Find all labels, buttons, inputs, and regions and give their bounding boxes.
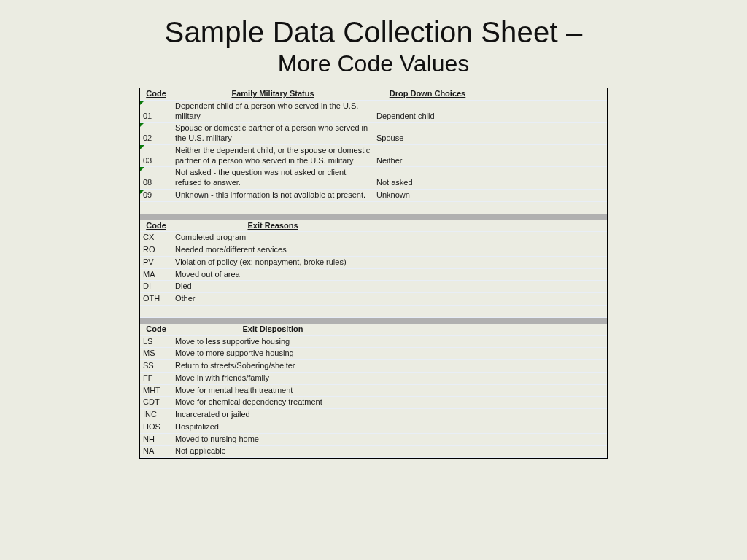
table-row: PVViolation of policy (ex: nonpayment, b… <box>140 256 607 268</box>
table-row: RONeeded more/different services <box>140 244 607 257</box>
table-row: 02Spouse or domestic partner of a person… <box>140 122 607 145</box>
code-cell: MA <box>140 268 172 281</box>
title-block: Sample Data Collection Sheet – More Code… <box>0 0 747 77</box>
table-row: SSReturn to streets/Sobering/shelter <box>140 360 607 373</box>
choice-cell: Not asked <box>374 167 481 190</box>
description-cell: Needed more/different services <box>172 244 374 257</box>
code-cell: 02 <box>140 122 172 145</box>
table-row: INCIncarcerated or jailed <box>140 409 607 421</box>
col-exit-disposition: Exit Disposition <box>172 324 374 335</box>
description-cell: Move for chemical dependency treatment <box>172 397 374 409</box>
code-cell: 08 <box>140 167 172 190</box>
code-cell: DI <box>140 281 172 293</box>
col-code: Code <box>140 88 172 100</box>
table-row: OTHOther <box>140 293 607 306</box>
description-cell: Moved out of area <box>172 268 374 281</box>
table-row: HOSHospitalized <box>140 421 607 433</box>
code-cell: INC <box>140 409 172 421</box>
slide-title: Sample Data Collection Sheet – <box>0 16 747 49</box>
description-cell: Violation of policy (ex: nonpayment, bro… <box>172 256 374 268</box>
code-cell: SS <box>140 360 172 373</box>
table-row: MHTMove for mental health treatment <box>140 384 607 397</box>
description-cell: Neither the dependent child, or the spou… <box>172 144 374 167</box>
table-row: MAMoved out of area <box>140 268 607 281</box>
col-code: Code <box>140 220 172 232</box>
code-cell: CDT <box>140 397 172 409</box>
code-cell: MHT <box>140 384 172 397</box>
code-cell: FF <box>140 372 172 384</box>
blank-row <box>140 305 607 317</box>
description-cell: Dependent child of a person who served i… <box>172 100 374 122</box>
codes-table: CodeFamily Military StatusDrop Down Choi… <box>140 88 607 458</box>
separator-row <box>140 317 607 324</box>
table-row: 03Neither the dependent child, or the sp… <box>140 144 607 167</box>
table-row: MSMove to more supportive housing <box>140 348 607 360</box>
separator-row <box>140 214 607 220</box>
description-cell: Move for mental health treatment <box>172 384 374 397</box>
code-cell: 01 <box>140 100 172 122</box>
description-cell: Return to streets/Sobering/shelter <box>172 360 374 373</box>
code-cell: OTH <box>140 293 172 306</box>
table-row: CXCompleted program <box>140 232 607 244</box>
code-cell: HOS <box>140 421 172 433</box>
choice-cell: Unknown <box>374 189 481 201</box>
col-family-military-status: Family Military Status <box>172 88 374 100</box>
description-cell: Move to less supportive housing <box>172 335 374 348</box>
description-cell: Moved to nursing home <box>172 433 374 446</box>
description-cell: Completed program <box>172 232 374 244</box>
table-row: DIDied <box>140 281 607 293</box>
description-cell: Other <box>172 293 374 306</box>
code-cell: PV <box>140 256 172 268</box>
table-row: 09Unknown - this information is not avai… <box>140 189 607 201</box>
code-cell: CX <box>140 232 172 244</box>
description-cell: Incarcerated or jailed <box>172 409 374 421</box>
table-row: NHMoved to nursing home <box>140 433 607 446</box>
col-code: Code <box>140 324 172 335</box>
slide: { "title": { "main": "Sample Data Collec… <box>0 0 747 560</box>
description-cell: Not applicable <box>172 446 374 458</box>
description-cell: Move to more supportive housing <box>172 348 374 360</box>
description-cell: Not asked - the question was not asked o… <box>172 167 374 190</box>
code-cell: 03 <box>140 144 172 167</box>
table-row: FFMove in with friends/family <box>140 372 607 384</box>
col-exit-reasons: Exit Reasons <box>172 220 374 232</box>
col-drop-down-choices: Drop Down Choices <box>374 88 481 100</box>
slide-subtitle: More Code Values <box>0 50 747 77</box>
table-row: CDTMove for chemical dependency treatmen… <box>140 397 607 409</box>
table-row: 01Dependent child of a person who served… <box>140 100 607 122</box>
description-cell: Spouse or domestic partner of a person w… <box>172 122 374 145</box>
section1-header: CodeFamily Military StatusDrop Down Choi… <box>140 88 607 100</box>
section3-header: CodeExit Disposition <box>140 324 607 335</box>
description-cell: Died <box>172 281 374 293</box>
code-cell: NH <box>140 433 172 446</box>
description-cell: Hospitalized <box>172 421 374 433</box>
section2-header: CodeExit Reasons <box>140 220 607 232</box>
code-cell: NA <box>140 446 172 458</box>
table-row: LSMove to less supportive housing <box>140 335 607 348</box>
code-cell: MS <box>140 348 172 360</box>
table-row: 08Not asked - the question was not asked… <box>140 167 607 190</box>
code-cell: RO <box>140 244 172 257</box>
table-row: NANot applicable <box>140 446 607 458</box>
blank-row <box>140 201 607 214</box>
code-sheet: CodeFamily Military StatusDrop Down Choi… <box>139 88 608 459</box>
description-cell: Unknown - this information is not availa… <box>172 189 374 201</box>
description-cell: Move in with friends/family <box>172 372 374 384</box>
choice-cell: Dependent child <box>374 100 481 122</box>
code-cell: 09 <box>140 189 172 201</box>
code-cell: LS <box>140 335 172 348</box>
choice-cell: Neither <box>374 144 481 167</box>
choice-cell: Spouse <box>374 122 481 145</box>
